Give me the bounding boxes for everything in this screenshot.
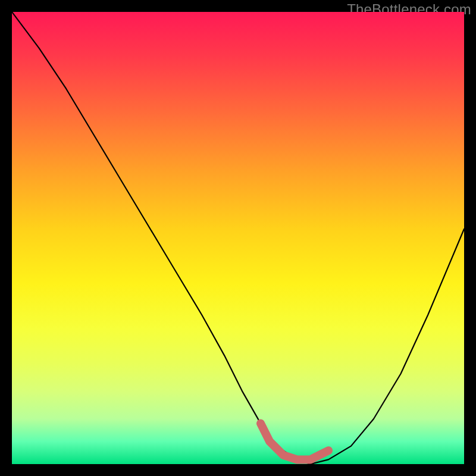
- chart-plot-area: [12, 12, 464, 464]
- highlight-segment: [261, 424, 328, 460]
- chart-svg: [12, 12, 464, 464]
- chart-frame: TheBottleneck.com: [0, 0, 476, 476]
- highlight-dot: [257, 420, 264, 427]
- bottleneck-curve: [12, 12, 464, 464]
